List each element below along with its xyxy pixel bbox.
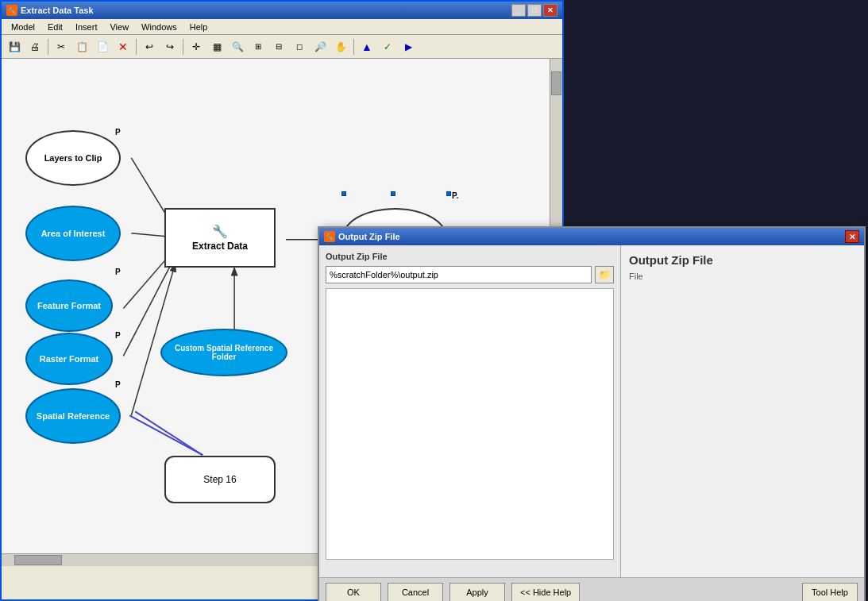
node-spatial-reference[interactable]: Spatial Reference	[25, 388, 121, 444]
sel-handle-tm	[391, 191, 395, 196]
menu-help[interactable]: Help	[183, 21, 214, 33]
sel-handle-tl	[341, 191, 346, 196]
dialog-footer: OK Cancel Apply << Hide Help Tool Help	[319, 577, 864, 601]
toolbar-run[interactable]: ▲	[357, 37, 376, 56]
p-label-4: P	[115, 380, 121, 389]
sel-handle-tr	[446, 191, 451, 196]
dialog-title-text: Output Zip File	[338, 232, 400, 241]
window-title: Extract Data Task	[21, 6, 94, 15]
p-label-2: P	[115, 268, 121, 276]
toolbar-copy[interactable]: 📋	[72, 37, 91, 56]
toolbar-delete[interactable]: ✕	[114, 37, 133, 56]
node-raster-format[interactable]: Raster Format	[25, 333, 113, 385]
right-panel-title: Output Zip File	[629, 253, 856, 267]
node-extract-data[interactable]: 🔧 Extract Data	[164, 208, 276, 268]
p-label-1: P	[115, 128, 121, 137]
window-controls: _ □ ✕	[511, 4, 557, 17]
toolbar-undo[interactable]: ↩	[140, 37, 159, 56]
toolbar-search[interactable]: 🔎	[311, 37, 330, 56]
node-custom-spatial-ref[interactable]: Custom Spatial Reference Folder	[160, 329, 287, 376]
dialog-left-panel: Output Zip File 📁	[319, 245, 621, 577]
toolbar-redo[interactable]: ↪	[160, 37, 179, 56]
node-area-of-interest[interactable]: Area of Interest	[25, 206, 121, 261]
title-bar: 🔧 Extract Data Task _ □ ✕	[2, 2, 562, 19]
extract-data-icon: 🔧	[212, 224, 228, 239]
toolbar-cut[interactable]: ✂	[52, 37, 71, 56]
apply-button[interactable]: Apply	[449, 583, 505, 602]
app-icon: 🔧	[6, 5, 17, 16]
p-label-5: P.	[452, 191, 458, 200]
menu-view[interactable]: View	[103, 21, 135, 33]
toolbar-zoom-out[interactable]: ⊟	[269, 37, 288, 56]
toolbar-separator-1	[48, 39, 48, 55]
ok-button[interactable]: OK	[326, 583, 381, 602]
maximize-button[interactable]: □	[527, 4, 542, 17]
right-panel-subtitle: File	[629, 272, 856, 281]
toolbar: 💾 🖨 ✂ 📋 📄 ✕ ↩ ↪ ✛ ▦ 🔍 ⊞ ⊟ ◻ 🔎 ✋ ▲ ✓ ▶	[2, 35, 562, 59]
folder-icon: 📁	[599, 269, 611, 280]
toolbar-separator-3	[183, 39, 183, 55]
menu-bar: Model Edit Insert View Windows Help	[2, 19, 562, 35]
scrollbar-thumb-v[interactable]	[551, 71, 561, 95]
toolbar-separator-4	[353, 39, 354, 55]
dialog-left-title: Output Zip File	[326, 252, 614, 261]
tool-help-button[interactable]: Tool Help	[802, 583, 858, 602]
minimize-button[interactable]: _	[511, 4, 526, 17]
toolbar-open[interactable]: 🖨	[25, 37, 44, 56]
toolbar-fit[interactable]: ◻	[290, 37, 309, 56]
toolbar-grid[interactable]: ▦	[207, 37, 226, 56]
node-step16[interactable]: Step 16	[164, 456, 276, 503]
svg-line-8	[129, 415, 203, 455]
toolbar-validate[interactable]: ✓	[378, 37, 397, 56]
dialog-close-button[interactable]: ✕	[845, 230, 859, 243]
close-button[interactable]: ✕	[543, 4, 557, 17]
cancel-button[interactable]: Cancel	[388, 583, 443, 602]
toolbar-separator-2	[136, 39, 137, 55]
dialog-right-panel: Output Zip File File	[621, 245, 864, 577]
toolbar-add[interactable]: ✛	[187, 37, 206, 56]
toolbar-step[interactable]: ▶	[399, 37, 418, 56]
dialog-title-bar: 🔧 Output Zip File ✕	[319, 228, 864, 245]
menu-model[interactable]: Model	[5, 21, 41, 33]
toolbar-pan[interactable]: ✋	[331, 37, 350, 56]
menu-edit[interactable]: Edit	[41, 21, 69, 33]
browse-button[interactable]: 📁	[595, 266, 614, 283]
menu-insert[interactable]: Insert	[69, 21, 104, 33]
menu-windows[interactable]: Windows	[135, 21, 183, 33]
output-zip-dialog: 🔧 Output Zip File ✕ Output Zip File 📁 Ou…	[318, 226, 866, 601]
dialog-icon: 🔧	[324, 231, 335, 242]
svg-line-7	[135, 411, 203, 455]
toolbar-new[interactable]: 💾	[5, 37, 24, 56]
node-layers-to-clip[interactable]: Layers to Clip	[25, 130, 121, 186]
scrollbar-thumb-h[interactable]	[14, 555, 62, 565]
output-path-input[interactable]	[326, 266, 592, 283]
toolbar-zoom[interactable]: 🔍	[228, 37, 247, 56]
toolbar-paste[interactable]: 📄	[93, 37, 112, 56]
node-feature-format[interactable]: Feature Format	[25, 279, 113, 332]
toolbar-zoom-in[interactable]: ⊞	[249, 37, 268, 56]
dialog-body: Output Zip File 📁 Output Zip File File	[319, 245, 864, 577]
p-label-3: P	[115, 331, 121, 340]
dialog-field-row: 📁	[326, 266, 614, 283]
hide-help-button[interactable]: << Hide Help	[511, 583, 580, 602]
dialog-content-area	[326, 288, 614, 560]
